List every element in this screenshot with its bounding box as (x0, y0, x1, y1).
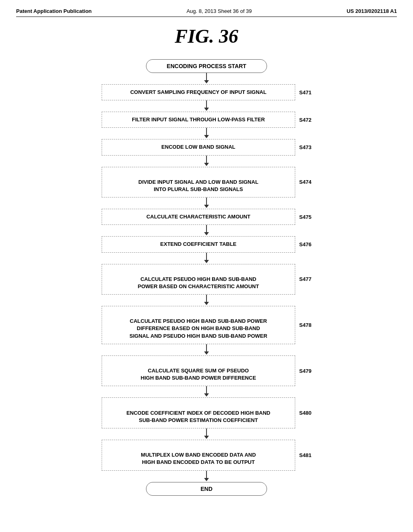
step-row-s480: ENCODE COEFFICIENT INDEX OF DECODED HIGH… (102, 397, 311, 428)
step-box-s472: FILTER INPUT SIGNAL THROUGH LOW-PASS FIL… (102, 112, 295, 128)
step-row-s473: ENCODE LOW BAND SIGNAL S473 (102, 139, 311, 155)
step-box-s480: ENCODE COEFFICIENT INDEX OF DECODED HIGH… (102, 397, 295, 428)
arrow-8 (204, 344, 209, 355)
step-row-s471: CONVERT SAMPLING FREQUENCY OF INPUT SIGN… (102, 84, 311, 100)
step-box-s475: CALCULATE CHARACTERISTIC AMOUNT (102, 209, 295, 225)
step-row-s475: CALCULATE CHARACTERISTIC AMOUNT S475 (102, 209, 311, 225)
arrow-1 (204, 100, 209, 112)
step-label-s477: S477 (299, 276, 311, 282)
arrow-3 (204, 156, 209, 167)
flowchart-start: ENCODING PROCESS START (146, 59, 267, 73)
arrow-7 (204, 295, 209, 306)
arrow-4 (204, 197, 209, 209)
step-box-s481: MULTIPLEX LOW BAND ENCODED DATA AND HIGH… (102, 440, 295, 471)
step-box-s477: CALCULATE PSEUDO HIGH BAND SUB-BAND POWE… (102, 264, 295, 295)
step-row-s481: MULTIPLEX LOW BAND ENCODED DATA AND HIGH… (102, 440, 311, 471)
step-box-s478: CALCULATE PSEUDO HIGH BAND SUB-BAND POWE… (102, 306, 295, 344)
step-box-s474: DIVIDE INPUT SIGNAL AND LOW BAND SIGNAL … (102, 167, 295, 198)
arrow-0 (204, 73, 209, 84)
step-label-s474: S474 (299, 179, 311, 185)
step-label-s472: S472 (299, 117, 311, 123)
step-box-s476: EXTEND COEFFICIENT TABLE (102, 236, 295, 252)
step-label-s476: S476 (299, 241, 311, 247)
step-label-s475: S475 (299, 214, 311, 220)
step-label-s478: S478 (299, 322, 311, 328)
step-label-s471: S471 (299, 89, 311, 96)
header-patent-number: US 2013/0202118 A1 (346, 8, 397, 14)
step-row-s472: FILTER INPUT SIGNAL THROUGH LOW-PASS FIL… (102, 112, 311, 128)
arrow-10 (204, 428, 209, 440)
step-row-s476: EXTEND COEFFICIENT TABLE S476 (102, 236, 311, 252)
arrow-5 (204, 225, 209, 236)
flowchart-end: END (146, 482, 267, 496)
step-box-s473: ENCODE LOW BAND SIGNAL (102, 139, 295, 155)
step-row-s478: CALCULATE PSEUDO HIGH BAND SUB-BAND POWE… (102, 306, 311, 344)
step-row-s474: DIVIDE INPUT SIGNAL AND LOW BAND SIGNAL … (102, 167, 311, 198)
page: Patent Application Publication Aug. 8, 2… (0, 0, 413, 532)
step-label-s481: S481 (299, 452, 311, 458)
arrow-9 (204, 386, 209, 397)
page-header: Patent Application Publication Aug. 8, 2… (16, 8, 397, 17)
figure-title: FIG. 36 (16, 25, 397, 47)
arrow-2 (204, 128, 209, 139)
step-row-s479: CALCULATE SQUARE SUM OF PSEUDO HIGH BAND… (102, 355, 311, 387)
arrow-6 (204, 253, 209, 264)
step-label-s473: S473 (299, 144, 311, 150)
step-label-s480: S480 (299, 410, 311, 416)
arrow-11 (204, 471, 209, 482)
step-label-s479: S479 (299, 368, 311, 374)
header-date-sheet: Aug. 8, 2013 Sheet 36 of 39 (186, 8, 252, 14)
step-row-s477: CALCULATE PSEUDO HIGH BAND SUB-BAND POWE… (102, 264, 311, 295)
header-publication-label: Patent Application Publication (16, 8, 92, 14)
step-box-s479: CALCULATE SQUARE SUM OF PSEUDO HIGH BAND… (102, 355, 295, 387)
flowchart: ENCODING PROCESS START CONVERT SAMPLING … (16, 59, 397, 496)
step-box-s471: CONVERT SAMPLING FREQUENCY OF INPUT SIGN… (102, 84, 295, 100)
